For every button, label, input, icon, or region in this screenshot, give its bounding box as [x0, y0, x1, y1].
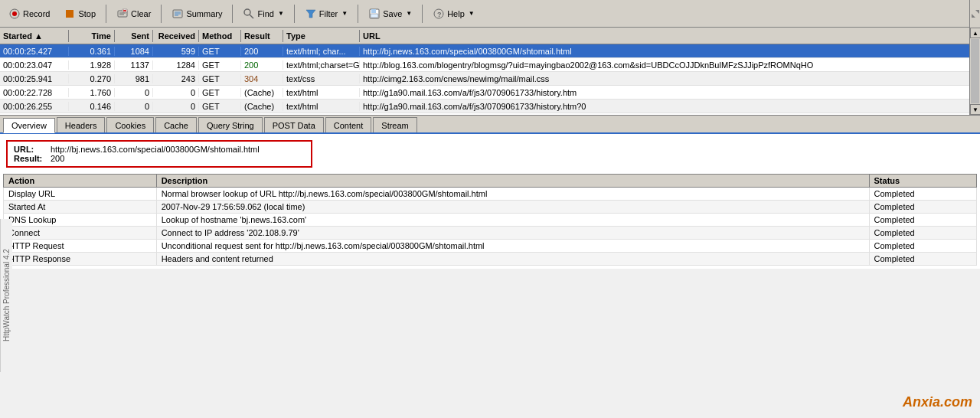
- separator-1: [106, 5, 106, 23]
- col-action: Action: [4, 175, 157, 188]
- tab-querystring[interactable]: Query String: [198, 117, 263, 132]
- action-row: Started At 2007-Nov-29 17:56:59.062 (loc…: [4, 201, 977, 214]
- status-cell: Completed: [869, 227, 976, 240]
- save-label: Save: [383, 9, 402, 18]
- svg-rect-2: [66, 10, 74, 18]
- description-cell: Lookup of hostname 'bj.news.163.com': [156, 214, 869, 227]
- col-description: Description: [156, 175, 869, 188]
- cell-sent: 1137: [115, 60, 153, 70]
- cell-result: (Cache): [241, 116, 283, 116]
- cell-method: GET: [199, 88, 241, 97]
- description-cell: Headers and content returned: [156, 253, 869, 266]
- header-result: Result: [241, 30, 283, 42]
- cell-result: 200: [241, 47, 283, 56]
- cell-started: 00:00:26.255: [0, 102, 69, 111]
- stop-button[interactable]: Stop: [58, 5, 101, 22]
- cell-started: 00:00:25.941: [0, 74, 69, 83]
- filter-icon: [305, 8, 317, 20]
- action-row: HTTP Request Unconditional request sent …: [4, 240, 977, 253]
- cell-type: text/html: [283, 116, 360, 116]
- cell-url: http://cimg2.163.com/cnews/newimg/mail/m…: [360, 74, 980, 83]
- action-table-body: Display URL Normal browser lookup of URL…: [4, 188, 977, 266]
- resize-corner[interactable]: [969, 0, 980, 28]
- table-header: Started ▲ Time Sent Received Method Resu…: [0, 28, 980, 44]
- action-row: HTTP Response Headers and content return…: [4, 253, 977, 266]
- cell-time: 0.146: [69, 102, 115, 111]
- clear-button[interactable]: Clear: [111, 5, 156, 22]
- cell-received: 1284: [153, 60, 199, 70]
- record-icon: [8, 8, 21, 20]
- action-cell: Connect: [4, 227, 157, 240]
- cell-method: GET: [199, 74, 241, 83]
- cell-url: http://g1a90.mail.163.com/a/f/js3/070906…: [360, 88, 980, 97]
- tab-stream[interactable]: Stream: [373, 117, 416, 132]
- cell-started: 00:00:22.728: [0, 88, 69, 97]
- cell-result: (Cache): [241, 102, 283, 111]
- cell-received: 0: [153, 88, 199, 97]
- stop-icon: [64, 8, 76, 20]
- find-dropdown-arrow: ▼: [278, 10, 284, 17]
- tab-content[interactable]: Content: [325, 117, 372, 132]
- cell-url: http://blog.163.com/blogentry/blogmsg/?u…: [360, 60, 980, 70]
- tab-cache[interactable]: Cache: [155, 117, 197, 132]
- action-cell: HTTP Response: [4, 253, 157, 266]
- table-row[interactable]: 00:00:25.941 0.270 981 243 GET 304 text/…: [0, 72, 980, 86]
- tab-cookies-label: Cookies: [115, 121, 145, 130]
- cell-started: 00:00:25.427: [0, 47, 69, 56]
- tab-headers[interactable]: Headers: [57, 117, 106, 132]
- table-row[interactable]: 00:00:23.047 1.928 1137 1284 GET 200 tex…: [0, 58, 980, 72]
- action-cell: Started At: [4, 201, 157, 214]
- save-dropdown-arrow: ▼: [406, 10, 412, 17]
- find-label: Find: [257, 9, 273, 18]
- separator-6: [422, 5, 423, 23]
- cell-time: 0.361: [69, 47, 115, 56]
- col-status: Status: [869, 175, 976, 188]
- svg-text:?: ?: [437, 11, 442, 18]
- separator-4: [294, 5, 295, 23]
- separator-2: [161, 5, 162, 23]
- scroll-thumb[interactable]: [971, 39, 979, 103]
- cell-time: 0.270: [69, 74, 115, 83]
- cell-result: 200: [241, 60, 283, 70]
- scroll-up-arrow[interactable]: ▲: [970, 28, 980, 38]
- cell-received: 243: [153, 74, 199, 83]
- find-icon: [243, 8, 255, 20]
- help-label: Help: [447, 9, 465, 18]
- cell-method: GET: [199, 116, 241, 116]
- table-row[interactable]: 00:00:04.196 0.229 0 0 GET (Cache) text/…: [0, 113, 980, 116]
- status-cell: Completed: [869, 253, 976, 266]
- cell-sent: 0: [115, 88, 153, 97]
- side-label: HttpWatch Professional 4.2: [0, 219, 12, 372]
- help-dropdown-arrow: ▼: [469, 10, 475, 17]
- overview-content: URL: http://bj.news.163.com/special/0038…: [0, 134, 980, 269]
- cell-url: http://g1a90.mail.163.com/a/f/js3/070906…: [360, 102, 980, 111]
- url-value: http://bj.news.163.com/special/003800GM/…: [51, 145, 260, 154]
- cell-type: text/css: [283, 74, 360, 83]
- tab-overview[interactable]: Overview: [3, 118, 55, 133]
- cell-time: 1.928: [69, 60, 115, 70]
- header-url: URL: [360, 30, 980, 42]
- status-cell: Completed: [869, 201, 976, 214]
- table-scrollbar[interactable]: ▲ ▼: [969, 28, 980, 115]
- scroll-down-arrow[interactable]: ▼: [970, 104, 980, 115]
- cell-sent: 0: [115, 116, 153, 116]
- watermark: Anxia.com: [903, 394, 972, 410]
- watermark-suffix: .com: [940, 394, 972, 410]
- help-button[interactable]: ? Help ▼: [427, 5, 480, 22]
- tab-cookies[interactable]: Cookies: [106, 117, 154, 132]
- tab-postdata[interactable]: POST Data: [264, 117, 324, 132]
- request-table-area: Started ▲ Time Sent Received Method Resu…: [0, 28, 980, 116]
- table-row[interactable]: 00:00:22.728 1.760 0 0 GET (Cache) text/…: [0, 86, 980, 100]
- filter-button[interactable]: Filter ▼: [299, 5, 353, 22]
- save-button[interactable]: Save ▼: [363, 5, 417, 22]
- table-row[interactable]: 00:00:25.427 0.361 1084 599 GET 200 text…: [0, 44, 980, 58]
- separator-3: [232, 5, 233, 23]
- tab-content-label: Content: [334, 121, 364, 130]
- cell-url: http://g1a90.mail.163.com/a/f/js3/070906…: [360, 116, 980, 116]
- svg-rect-18: [371, 14, 378, 18]
- record-button[interactable]: Record: [3, 5, 55, 22]
- find-button[interactable]: Find ▼: [237, 5, 289, 22]
- table-body: 00:00:25.427 0.361 1084 599 GET 200 text…: [0, 44, 980, 116]
- summary-button[interactable]: Summary: [166, 5, 227, 22]
- table-row[interactable]: 00:00:26.255 0.146 0 0 GET (Cache) text/…: [0, 100, 980, 113]
